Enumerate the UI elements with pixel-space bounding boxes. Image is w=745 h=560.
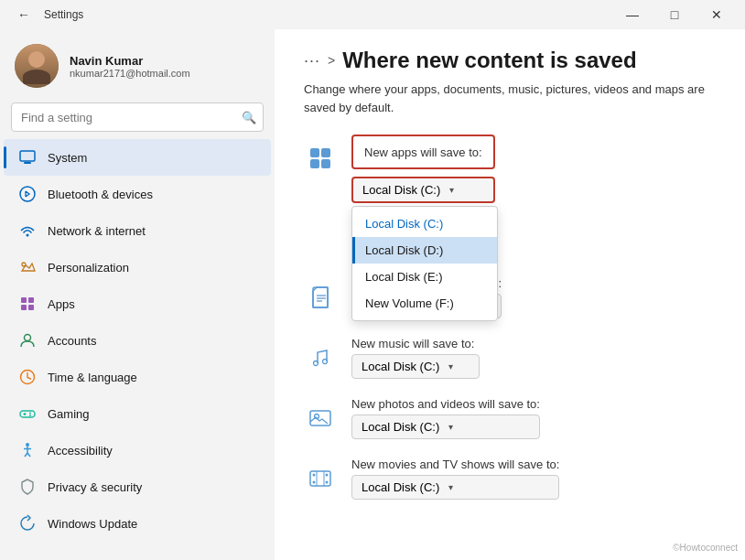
setting-row-music: New music will save to: Local Disk (C:) … xyxy=(304,337,716,379)
movies-dropdown[interactable]: Local Disk (C:) ▾ xyxy=(351,475,559,500)
chevron-down-icon: ▾ xyxy=(448,361,453,372)
breadcrumb-arrow: > xyxy=(328,53,335,68)
accounts-icon xyxy=(18,331,37,350)
svg-rect-8 xyxy=(28,305,34,310)
sidebar-item-gaming[interactable]: Gaming xyxy=(4,395,271,432)
apps-dropdown-value: Local Disk (C:) xyxy=(362,183,440,197)
apps-setting-icon xyxy=(304,142,337,175)
sidebar-item-privacy[interactable]: Privacy & security xyxy=(4,468,271,505)
svg-line-20 xyxy=(27,453,30,457)
svg-rect-33 xyxy=(310,471,330,486)
svg-rect-25 xyxy=(313,287,328,307)
network-icon xyxy=(18,221,37,240)
apps-label: Apps xyxy=(48,297,75,311)
docs-setting-icon xyxy=(304,281,337,314)
content-description: Change where your apps, documents, music… xyxy=(304,81,716,116)
setting-row-movies: New movies and TV shows will save to: Lo… xyxy=(304,458,716,500)
svg-point-3 xyxy=(27,234,29,237)
sidebar-item-accounts[interactable]: Accounts xyxy=(4,322,271,359)
apps-icon xyxy=(18,295,37,313)
music-setting-icon xyxy=(304,341,337,374)
privacy-icon xyxy=(18,478,37,496)
bluetooth-icon xyxy=(18,185,37,203)
maximize-button[interactable]: □ xyxy=(653,0,696,29)
apps-dropdown-trigger[interactable]: Local Disk (C:) ▾ xyxy=(351,177,495,203)
music-dropdown-value: Local Disk (C:) xyxy=(362,360,439,373)
chevron-down-icon: ▾ xyxy=(448,422,453,432)
chevron-down-icon: ▾ xyxy=(448,482,453,492)
setting-row-photos: New photos and videos will save to: Loca… xyxy=(304,397,716,439)
setting-row-apps: New apps will save to: Local Disk (C:) ▾… xyxy=(304,135,716,203)
svg-rect-5 xyxy=(21,297,27,303)
svg-point-35 xyxy=(313,481,316,484)
svg-rect-24 xyxy=(321,159,330,168)
accounts-label: Accounts xyxy=(48,334,96,348)
search-input[interactable] xyxy=(11,102,264,132)
svg-rect-1 xyxy=(24,162,31,164)
music-setting-group: New music will save to: Local Disk (C:) … xyxy=(351,337,480,379)
svg-point-34 xyxy=(313,474,316,477)
app-title: Settings xyxy=(44,8,83,21)
photos-setting-group: New photos and videos will save to: Loca… xyxy=(351,397,540,439)
sidebar-item-system[interactable]: System xyxy=(4,139,271,176)
breadcrumb-dots: ··· xyxy=(304,51,320,70)
time-label: Time & language xyxy=(48,371,137,384)
svg-rect-0 xyxy=(20,151,35,161)
page-title: Where new content is saved xyxy=(342,48,636,73)
sidebar-item-network[interactable]: Network & internet xyxy=(4,212,271,249)
profile-section[interactable]: Navin Kumar nkumar2171@hotmail.com xyxy=(0,29,275,99)
svg-rect-6 xyxy=(28,297,34,303)
movies-setting-group: New movies and TV shows will save to: Lo… xyxy=(351,458,559,500)
profile-name: Navin Kumar xyxy=(70,54,190,68)
main-content: ··· > Where new content is saved Change … xyxy=(275,29,745,560)
svg-point-2 xyxy=(20,187,35,201)
photos-setting-icon xyxy=(304,402,337,435)
apps-dropdown-menu: Local Disk (C:) Local Disk (D:) Local Di… xyxy=(351,206,498,321)
svg-rect-21 xyxy=(310,148,319,157)
system-icon xyxy=(18,148,37,167)
update-icon xyxy=(18,514,37,533)
sidebar-item-accessibility[interactable]: Accessibility xyxy=(4,432,271,468)
sidebar-item-bluetooth[interactable]: Bluetooth & devices xyxy=(4,176,271,212)
back-button[interactable]: ← xyxy=(11,0,37,29)
update-label: Windows Update xyxy=(48,517,137,531)
titlebar: ← Settings — □ ✕ xyxy=(0,0,745,29)
music-dropdown[interactable]: Local Disk (C:) ▾ xyxy=(351,354,480,379)
sidebar-item-time[interactable]: Time & language xyxy=(4,359,271,395)
accessibility-label: Accessibility xyxy=(48,444,113,458)
search-icon: 🔍 xyxy=(242,111,256,124)
svg-rect-7 xyxy=(21,305,27,310)
window-controls: — □ ✕ xyxy=(611,0,738,29)
movies-setting-icon xyxy=(304,462,337,495)
svg-point-37 xyxy=(326,481,329,484)
svg-rect-11 xyxy=(20,411,35,417)
time-icon xyxy=(18,368,37,386)
movies-dropdown-value: Local Disk (C:) xyxy=(362,480,439,494)
sidebar-item-apps[interactable]: Apps xyxy=(4,285,271,322)
close-button[interactable]: ✕ xyxy=(696,0,738,29)
dropdown-item-c[interactable]: Local Disk (C:) xyxy=(352,210,497,237)
movies-setting-label: New movies and TV shows will save to: xyxy=(351,458,559,471)
dropdown-item-e[interactable]: Local Disk (E:) xyxy=(352,264,497,290)
profile-info: Navin Kumar nkumar2171@hotmail.com xyxy=(70,54,190,79)
sidebar-item-personalization[interactable]: Personalization xyxy=(4,249,271,285)
music-setting-label: New music will save to: xyxy=(351,337,480,350)
dropdown-item-d[interactable]: Local Disk (D:) xyxy=(352,237,497,264)
sidebar-item-update[interactable]: Windows Update xyxy=(4,505,271,542)
content-header: ··· > Where new content is saved xyxy=(304,29,716,81)
photos-dropdown[interactable]: Local Disk (C:) ▾ xyxy=(351,415,540,439)
apps-dropdown-container: Local Disk (C:) ▾ Local Disk (C:) Local … xyxy=(351,177,495,203)
chevron-down-icon: ▾ xyxy=(449,185,454,195)
svg-point-4 xyxy=(22,263,26,266)
personalization-icon xyxy=(18,258,37,276)
minimize-button[interactable]: — xyxy=(611,0,653,29)
sidebar: Navin Kumar nkumar2171@hotmail.com 🔍 Sys… xyxy=(0,29,275,560)
privacy-label: Privacy & security xyxy=(48,480,142,494)
photos-dropdown-value: Local Disk (C:) xyxy=(362,420,439,434)
svg-point-9 xyxy=(25,335,31,341)
watermark: ©Howtoconnect xyxy=(673,543,738,553)
titlebar-left: ← Settings xyxy=(11,0,83,29)
profile-email: nkumar2171@hotmail.com xyxy=(70,68,190,79)
dropdown-item-f[interactable]: New Volume (F:) xyxy=(352,290,497,317)
svg-point-14 xyxy=(29,413,31,415)
